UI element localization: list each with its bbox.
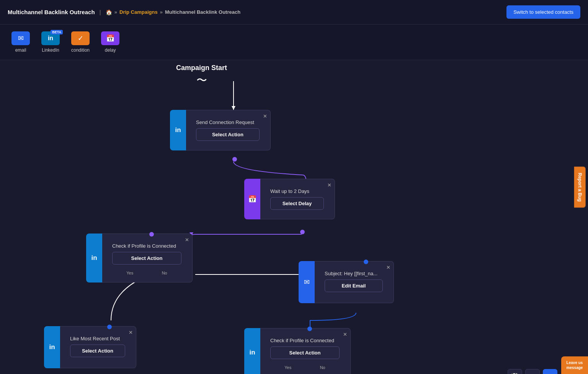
breadcrumb: 🏠 » Drip Campaigns » Multichannel Backli… xyxy=(106,9,240,15)
check-connected-2-close[interactable]: ✕ xyxy=(343,332,347,337)
check-connected-2-body: ✕ Check if Profile is Connected Select A… xyxy=(260,328,351,374)
like-post-body: ✕ Like Most Recent Post Select Action xyxy=(60,326,136,368)
email-tool-label: email xyxy=(15,47,26,53)
branch-yes-1: Yes xyxy=(126,271,133,275)
email-strip: ✉ xyxy=(299,261,315,303)
delay-icon-1: 📅 xyxy=(248,195,256,203)
check-connected-2-node: in ✕ Check if Profile is Connected Selec… xyxy=(244,328,351,374)
send-connection-close[interactable]: ✕ xyxy=(263,113,267,119)
branch-no-1: No xyxy=(162,271,167,275)
condition-tool-label: condition xyxy=(71,47,90,53)
breadcrumb-current: Multichannel Backlink Outreach xyxy=(165,9,240,15)
tool-linkedin[interactable]: BETA in LinkedIn xyxy=(38,29,64,55)
play-icon: ▶ xyxy=(548,373,552,374)
check-connected-1-title: Check if Profile is Connected xyxy=(107,238,187,252)
tool-delay[interactable]: 📅 delay xyxy=(97,29,123,55)
campaign-start-squiggle: 〜 xyxy=(176,75,227,86)
like-post-strip: in xyxy=(44,326,60,368)
canvas-bottom-toolbar: 💾 ⚙ ▶ xyxy=(508,369,557,374)
settings-icon: ⚙ xyxy=(530,373,535,374)
conn-dot-3 xyxy=(149,232,154,237)
wait-delay-action-btn[interactable]: Select Delay xyxy=(270,197,324,210)
like-post-close[interactable]: ✕ xyxy=(129,330,133,335)
campaign-start-label: Campaign Start xyxy=(176,64,227,72)
branch-yes-2: Yes xyxy=(284,365,291,370)
check-connected-1-body: ✕ Check if Profile is Connected Select A… xyxy=(102,234,193,283)
conn-dot-6 xyxy=(307,327,312,331)
conn-dot-1 xyxy=(232,157,237,162)
send-connection-action-btn[interactable]: Select Action xyxy=(196,128,260,141)
switch-contacts-button[interactable]: Switch to selected contacts xyxy=(506,5,580,19)
campaign-start-node: Campaign Start 〜 xyxy=(176,64,227,86)
check-connected-1-branches: Yes No xyxy=(107,270,187,278)
header-left: Multichannel Backlink Outreach | 🏠 » Dri… xyxy=(8,9,240,15)
check-connected-1-close[interactable]: ✕ xyxy=(185,237,189,243)
linkedin-tool-label: LinkedIn xyxy=(42,47,59,53)
check-connected-2-title: Check if Profile is Connected xyxy=(265,332,345,346)
check-connected-1-action-btn[interactable]: Select Action xyxy=(112,252,181,265)
breadcrumb-sep2: » xyxy=(160,9,163,15)
conn-dot-4 xyxy=(364,260,368,264)
breadcrumb-drip[interactable]: Drip Campaigns xyxy=(119,9,158,15)
email-node-action-btn[interactable]: Edit Email xyxy=(325,279,383,292)
home-icon[interactable]: 🏠 xyxy=(106,9,112,15)
send-connection-title: Send Connection Request xyxy=(191,114,265,128)
node-toolbar: ✉ email BETA in LinkedIn ✓ condition 📅 d… xyxy=(0,24,588,60)
wait-delay-title: Wait up to 2 Days xyxy=(265,183,329,197)
like-post-action-btn[interactable]: Select Action xyxy=(70,345,125,357)
linkedin-icon-1: in xyxy=(175,126,181,134)
like-post-node: in ✕ Like Most Recent Post Select Action xyxy=(44,326,136,368)
condition-tool-icon: ✓ xyxy=(71,31,90,45)
email-node-title: Subject: Hey [[first_na... xyxy=(319,265,388,279)
leave-message-button[interactable]: Leave us message xyxy=(561,356,588,374)
delay-tool-label: delay xyxy=(105,47,116,53)
breadcrumb-sep1: » xyxy=(114,9,117,15)
like-post-title: Like Most Recent Post xyxy=(65,330,131,345)
svg-marker-0 xyxy=(232,106,235,110)
linkedin-icon-4: in xyxy=(249,349,255,356)
delay-tool-icon: 📅 xyxy=(101,31,119,45)
beta-badge: BETA xyxy=(51,30,63,34)
flow-canvas: Campaign Start 〜 in ✕ Send Connection Re… xyxy=(0,60,588,374)
check-connected-1-node: in ✕ Check if Profile is Connected Selec… xyxy=(86,234,193,283)
app-title: Multichannel Backlink Outreach xyxy=(8,9,95,15)
email-tool-icon: ✉ xyxy=(11,31,30,45)
wait-delay-strip: 📅 xyxy=(244,179,260,219)
email-node-close[interactable]: ✕ xyxy=(386,265,390,270)
save-button[interactable]: 💾 xyxy=(508,369,522,374)
send-connection-body: ✕ Send Connection Request Select Action xyxy=(186,110,271,150)
wait-delay-node: 📅 ✕ Wait up to 2 Days Select Delay xyxy=(244,179,335,219)
save-icon: 💾 xyxy=(511,373,519,374)
check-connected-1-strip: in xyxy=(86,234,102,283)
wait-delay-close[interactable]: ✕ xyxy=(327,182,332,188)
tool-email[interactable]: ✉ email xyxy=(8,29,34,55)
linkedin-icon-3: in xyxy=(49,343,55,351)
play-button[interactable]: ▶ xyxy=(543,369,557,374)
branch-no-2: No xyxy=(320,365,325,370)
linkedin-icon-2: in xyxy=(91,254,97,262)
conn-dot-2 xyxy=(300,230,305,234)
tool-condition[interactable]: ✓ condition xyxy=(67,29,93,55)
settings-button[interactable]: ⚙ xyxy=(525,369,540,374)
header: Multichannel Backlink Outreach | 🏠 » Dri… xyxy=(0,0,588,24)
conn-dot-5 xyxy=(107,325,112,329)
wait-delay-body: ✕ Wait up to 2 Days Select Delay xyxy=(260,179,335,219)
send-connection-node: in ✕ Send Connection Request Select Acti… xyxy=(170,110,271,150)
email-node: ✉ ✕ Subject: Hey [[first_na... Edit Emai… xyxy=(299,261,394,303)
report-bug-button[interactable]: Report a Bug xyxy=(574,167,585,207)
email-icon-1: ✉ xyxy=(304,278,310,286)
check-connected-2-strip: in xyxy=(244,328,260,374)
email-body: ✕ Subject: Hey [[first_na... Edit Email xyxy=(315,261,394,303)
check-connected-2-action-btn[interactable]: Select Action xyxy=(270,346,340,359)
check-connected-2-branches: Yes No xyxy=(265,364,345,373)
send-connection-strip: in xyxy=(170,110,186,150)
